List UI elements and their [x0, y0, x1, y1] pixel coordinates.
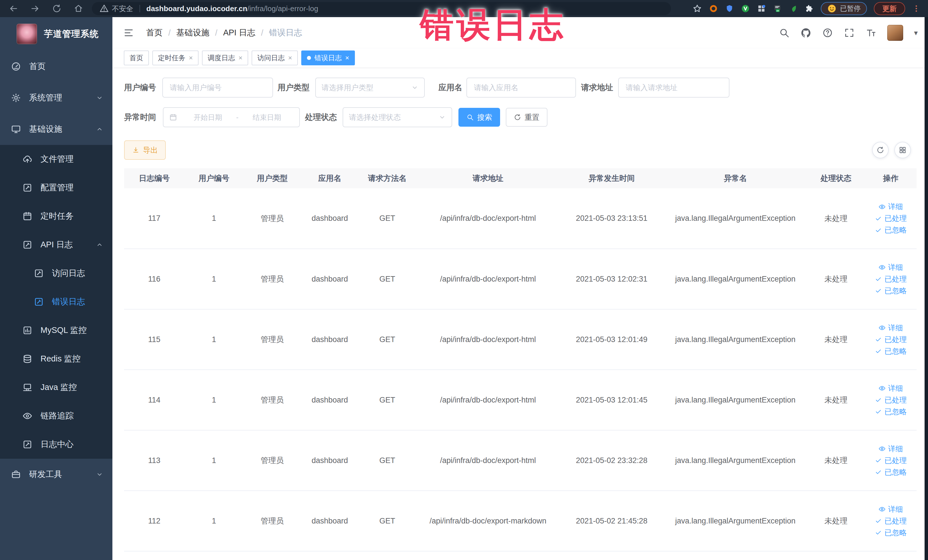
sidebar-item-6[interactable]: API 日志 [0, 230, 112, 259]
request-url-input[interactable] [618, 78, 730, 98]
sidebar-item-3[interactable]: 文件管理 [0, 145, 112, 174]
extension-icon-grid[interactable] [757, 4, 766, 13]
action-detail-link[interactable]: 详细 [878, 323, 903, 333]
action-processed-link[interactable]: 已处理 [875, 516, 907, 526]
cell-user-type: 管理员 [243, 249, 301, 309]
tab-2[interactable]: 调度日志× [202, 50, 248, 65]
address-bar[interactable]: 不安全 dashboard.yudao.iocoder.cn/infra/log… [92, 2, 671, 15]
action-detail-link[interactable]: 详细 [878, 383, 903, 394]
action-processed-link[interactable]: 已处理 [875, 395, 907, 405]
action-detail-link[interactable]: 详细 [878, 504, 903, 514]
doc-edit-icon [22, 439, 32, 450]
exception-time-range-picker[interactable]: 开始日期 - 结束日期 [163, 107, 300, 127]
database-icon [22, 354, 32, 364]
bookmark-star-icon[interactable] [692, 4, 702, 14]
action-detail-link[interactable]: 详细 [878, 262, 903, 272]
tab-close-icon[interactable]: × [345, 55, 349, 61]
sidebar-item-5[interactable]: 定时任务 [0, 202, 112, 230]
sidebar-item-8[interactable]: 错误日志 [0, 288, 112, 316]
extension-icon-leaf[interactable] [789, 4, 798, 13]
browser-menu-kebab-icon[interactable] [912, 4, 920, 13]
action-ignored-link[interactable]: 已忽略 [875, 286, 907, 296]
action-detail-link[interactable]: 详细 [878, 202, 903, 212]
sidebar-item-11[interactable]: Java 监控 [0, 373, 112, 402]
sidebar-item-label: 日志中心 [41, 439, 73, 450]
breadcrumb: 首页/基础设施/API 日志/错误日志 [146, 27, 302, 38]
action-ignored-link[interactable]: 已忽略 [875, 467, 907, 477]
action-ignored-link[interactable]: 已忽略 [875, 225, 907, 235]
sidebar-collapse-icon[interactable] [123, 27, 134, 38]
cell-actions: 详细已处理已忽略 [865, 188, 917, 249]
tab-1[interactable]: 定时任务× [152, 50, 198, 65]
exception-time-label: 异常时间 [124, 112, 156, 123]
breadcrumb-item: 错误日志 [269, 27, 302, 38]
reset-button[interactable]: 重置 [506, 108, 548, 127]
user-id-input[interactable] [162, 78, 273, 98]
extensions-puzzle-icon[interactable] [805, 4, 814, 13]
sidebar-item-9[interactable]: MySQL 监控 [0, 316, 112, 345]
tab-close-icon[interactable]: × [189, 55, 193, 61]
extension-icon-ring[interactable] [709, 4, 718, 13]
action-processed-link[interactable]: 已处理 [875, 456, 907, 465]
action-ignored-link[interactable]: 已忽略 [875, 407, 907, 417]
browser-reload-icon[interactable] [52, 4, 62, 14]
column-settings-button[interactable] [894, 142, 911, 158]
chevron-down-icon [438, 113, 446, 121]
export-button[interactable]: 导出 [124, 140, 166, 160]
action-processed-link[interactable]: 已处理 [875, 214, 907, 223]
sidebar-item-4[interactable]: 配置管理 [0, 174, 112, 202]
browser-home-icon[interactable] [73, 4, 83, 14]
font-size-icon[interactable] [865, 27, 876, 38]
github-icon[interactable] [800, 27, 811, 38]
search-icon[interactable] [779, 27, 790, 38]
cell-exception-time: 2021-05-02 23:32:28 [560, 430, 664, 491]
check-icon [875, 226, 882, 234]
avatar[interactable] [887, 25, 903, 41]
fullscreen-icon[interactable] [844, 27, 855, 38]
app-name-input[interactable] [466, 78, 576, 98]
not-secure-warning-icon[interactable] [99, 4, 109, 14]
refresh-table-button[interactable] [872, 142, 888, 158]
sidebar-item-2[interactable]: 基础设施 [0, 113, 112, 145]
process-status-select[interactable]: 请选择处理状态 [343, 107, 452, 127]
action-label: 详细 [888, 504, 903, 514]
sidebar-item-14[interactable]: 研发工具 [0, 459, 112, 490]
tab-4[interactable]: 错误日志× [301, 50, 355, 65]
search-button[interactable]: 搜索 [458, 108, 500, 127]
user-type-select[interactable]: 请选择用户类型 [315, 78, 425, 98]
action-processed-link[interactable]: 已处理 [875, 335, 907, 345]
breadcrumb-item[interactable]: 基础设施 [176, 27, 209, 38]
app-logo-row[interactable]: 芋道管理系统 [0, 17, 112, 51]
browser-update-button[interactable]: 更新 [874, 2, 905, 15]
tab-close-icon[interactable]: × [288, 55, 292, 61]
help-icon[interactable] [822, 27, 833, 38]
sidebar-item-1[interactable]: 系统管理 [0, 82, 112, 113]
action-ignored-link[interactable]: 已忽略 [875, 346, 907, 356]
sidebar-item-12[interactable]: 链路追踪 [0, 402, 112, 430]
tab-3[interactable]: 访问日志× [252, 50, 298, 65]
breadcrumb-item[interactable]: API 日志 [223, 27, 255, 38]
tab-close-icon[interactable]: × [238, 55, 243, 61]
extension-icon-green-v[interactable] [741, 4, 750, 13]
chevron-down-icon[interactable]: ▾ [914, 29, 918, 37]
sidebar-item-10[interactable]: Redis 监控 [0, 345, 112, 373]
sidebar-item-13[interactable]: 日志中心 [0, 430, 112, 459]
sidebar-item-0[interactable]: 首页 [0, 51, 112, 82]
tab-0[interactable]: 首页 [124, 50, 149, 65]
date-separator: - [235, 113, 240, 122]
breadcrumb-item[interactable]: 首页 [146, 27, 163, 38]
scrollbar[interactable] [925, 17, 928, 560]
extension-icon-on[interactable]: on [773, 4, 782, 13]
browser-back-icon[interactable] [9, 4, 18, 14]
action-detail-link[interactable]: 详细 [878, 444, 903, 454]
export-button-label: 导出 [143, 145, 158, 155]
action-processed-link[interactable]: 已处理 [875, 274, 907, 284]
browser-forward-icon[interactable] [30, 4, 40, 14]
extension-icon-shield[interactable] [725, 4, 734, 13]
check-icon [875, 336, 882, 343]
browser-window: 不安全 dashboard.yudao.iocoder.cn/infra/log… [0, 0, 928, 560]
sidebar-item-7[interactable]: 访问日志 [0, 259, 112, 288]
check-icon [875, 517, 882, 525]
profile-paused-chip[interactable]: 已暂停 [821, 2, 867, 15]
action-ignored-link[interactable]: 已忽略 [875, 528, 907, 538]
